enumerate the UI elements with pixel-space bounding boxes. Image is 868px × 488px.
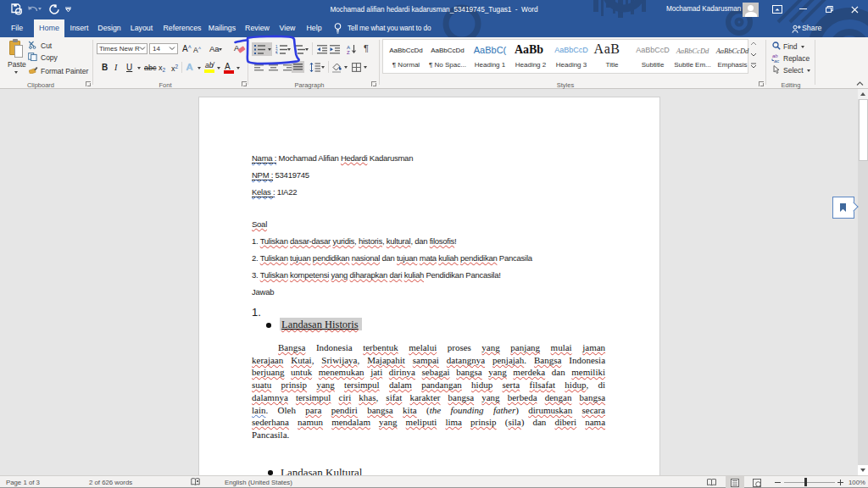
svg-text:3: 3 — [275, 52, 278, 54]
svg-text:A: A — [347, 44, 350, 49]
svg-text:Z: Z — [347, 50, 350, 54]
svg-text:ac: ac — [774, 58, 779, 64]
svg-text:1.: 1. — [295, 52, 298, 54]
